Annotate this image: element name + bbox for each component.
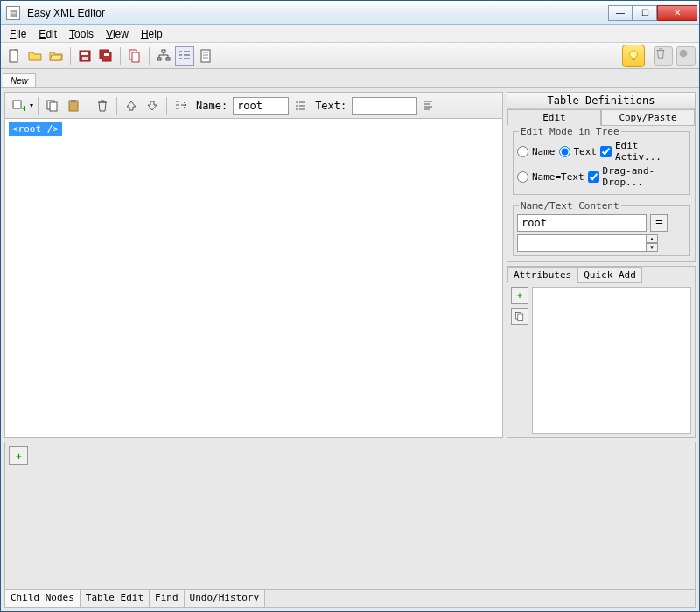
name-input[interactable] bbox=[233, 97, 289, 115]
new-file-icon[interactable] bbox=[4, 46, 24, 66]
attributes-panel: Attributes Quick Add ＋ bbox=[507, 266, 696, 438]
minimize-button[interactable]: — bbox=[608, 5, 633, 21]
chk-editactive-label: Edit Activ... bbox=[615, 140, 685, 163]
svg-point-13 bbox=[630, 50, 638, 58]
spin-down-icon[interactable]: ▼ bbox=[646, 243, 658, 252]
save-icon[interactable] bbox=[75, 46, 94, 66]
spin-up-icon[interactable]: ▲ bbox=[646, 234, 658, 243]
copy-icon[interactable] bbox=[43, 96, 62, 115]
table-def-header: Table Definitions bbox=[508, 93, 695, 109]
svg-rect-23 bbox=[518, 314, 523, 321]
table-def-panel: Table Definitions Edit Copy/Paste Edit M… bbox=[507, 92, 696, 262]
app-window: ▤ Easy XML Editor — ☐ ✕ File Edit Tools … bbox=[0, 0, 700, 612]
delete-icon[interactable] bbox=[93, 96, 112, 115]
maximize-button[interactable]: ☐ bbox=[633, 5, 657, 21]
window-buttons: — ☐ ✕ bbox=[608, 5, 697, 21]
up-icon[interactable] bbox=[122, 96, 141, 115]
tree-icon[interactable] bbox=[154, 46, 173, 66]
doc-tab[interactable]: New bbox=[3, 73, 36, 87]
lower-tabs: Child Nodes Table Edit Find Undo/History bbox=[5, 589, 695, 607]
toolbar-sep bbox=[70, 47, 71, 65]
list-button-icon[interactable]: ☰ bbox=[650, 214, 668, 232]
add-attr-icon[interactable]: ＋ bbox=[511, 287, 528, 304]
list-icon[interactable] bbox=[290, 96, 310, 115]
outline-icon[interactable] bbox=[175, 46, 194, 66]
trash-icon[interactable] bbox=[654, 46, 673, 66]
menu-view[interactable]: View bbox=[101, 26, 134, 42]
align-icon[interactable] bbox=[418, 96, 438, 115]
record-icon[interactable] bbox=[676, 46, 696, 66]
svg-rect-0 bbox=[10, 50, 18, 62]
doc-tabstrip: New bbox=[1, 69, 699, 88]
menu-tools[interactable]: Tools bbox=[64, 26, 99, 42]
menu-file[interactable]: File bbox=[4, 26, 32, 42]
window-title: Easy XML Editor bbox=[24, 7, 608, 19]
svg-rect-16 bbox=[13, 101, 21, 108]
indent-icon[interactable] bbox=[172, 96, 191, 115]
content-input[interactable] bbox=[517, 214, 647, 232]
tab-childnodes[interactable]: Child Nodes bbox=[5, 590, 80, 607]
svg-rect-2 bbox=[81, 52, 88, 55]
svg-rect-8 bbox=[132, 52, 139, 62]
svg-rect-10 bbox=[158, 58, 161, 60]
text-label: Text: bbox=[312, 100, 350, 112]
radio-nametext[interactable] bbox=[517, 171, 528, 183]
open-file-icon[interactable] bbox=[25, 46, 45, 66]
chk-editactive[interactable] bbox=[600, 146, 612, 157]
tab-undo[interactable]: Undo/History bbox=[185, 590, 265, 607]
menu-edit[interactable]: Edit bbox=[33, 26, 62, 42]
tab-edit[interactable]: Edit bbox=[508, 109, 601, 126]
close-button[interactable]: ✕ bbox=[657, 5, 697, 21]
svg-rect-11 bbox=[166, 58, 170, 60]
toolbar-right bbox=[654, 46, 696, 66]
tree-view[interactable]: <root /> bbox=[5, 119, 502, 437]
editmode-legend: Edit Mode in Tree bbox=[519, 126, 621, 137]
svg-rect-3 bbox=[82, 57, 88, 60]
copy-doc-icon[interactable] bbox=[125, 46, 144, 66]
content-legend: Name/Text Content bbox=[519, 200, 621, 212]
svg-rect-14 bbox=[632, 58, 635, 60]
radio-name-label: Name bbox=[532, 146, 556, 157]
content-fieldset: Name/Text Content ☰ ▲ ▼ bbox=[513, 205, 690, 256]
attr-tabs: Attributes Quick Add bbox=[508, 267, 695, 283]
svg-rect-19 bbox=[50, 102, 57, 111]
tab-copypaste[interactable]: Copy/Paste bbox=[601, 109, 695, 126]
tab-quickadd[interactable]: Quick Add bbox=[578, 267, 642, 283]
content-icon[interactable] bbox=[196, 46, 215, 66]
tree-toolbar: ✚ ▾ Name: Text: bbox=[5, 93, 502, 119]
radio-name[interactable] bbox=[517, 146, 528, 157]
lower-panel: ＋ Child Nodes Table Edit Find Undo/Histo… bbox=[4, 442, 696, 608]
save-all-icon[interactable] bbox=[96, 46, 116, 66]
chk-dragdrop-label: Drag-and-Drop... bbox=[603, 165, 685, 188]
chk-dragdrop[interactable] bbox=[588, 171, 599, 183]
radio-text[interactable] bbox=[559, 146, 570, 157]
svg-rect-21 bbox=[71, 100, 76, 102]
upper-area: ✚ ▾ Name: Text: bbox=[1, 88, 699, 442]
copy-attr-icon[interactable] bbox=[511, 308, 528, 325]
right-pane: Table Definitions Edit Copy/Paste Edit M… bbox=[507, 92, 696, 438]
menu-help[interactable]: Help bbox=[136, 26, 168, 42]
attr-list[interactable] bbox=[532, 287, 691, 434]
paste-icon[interactable] bbox=[64, 96, 83, 115]
open-folder-icon[interactable] bbox=[46, 46, 66, 66]
down-icon[interactable] bbox=[143, 96, 162, 115]
add-child-icon[interactable]: ＋ bbox=[9, 446, 28, 465]
svg-rect-12 bbox=[201, 50, 210, 62]
dropdown-caret-icon[interactable]: ▾ bbox=[30, 101, 33, 109]
tab-tableedit[interactable]: Table Edit bbox=[80, 590, 150, 607]
main-area: ✚ ▾ Name: Text: bbox=[1, 88, 699, 611]
titlebar: ▤ Easy XML Editor — ☐ ✕ bbox=[1, 1, 699, 25]
toolbar-sep bbox=[120, 47, 121, 65]
spinner-input[interactable] bbox=[517, 234, 647, 252]
new-node-icon[interactable]: ✚ bbox=[9, 96, 28, 115]
attr-body: ＋ bbox=[508, 283, 695, 437]
hint-icon[interactable] bbox=[622, 45, 645, 67]
svg-rect-6 bbox=[104, 53, 109, 56]
svg-point-15 bbox=[680, 49, 688, 57]
tab-find[interactable]: Find bbox=[150, 590, 185, 607]
svg-text:✚: ✚ bbox=[22, 105, 25, 113]
text-input[interactable] bbox=[352, 97, 416, 115]
tree-root-node[interactable]: <root /> bbox=[9, 122, 62, 136]
tab-attributes[interactable]: Attributes bbox=[508, 267, 578, 283]
toolbar-sep bbox=[149, 47, 150, 65]
